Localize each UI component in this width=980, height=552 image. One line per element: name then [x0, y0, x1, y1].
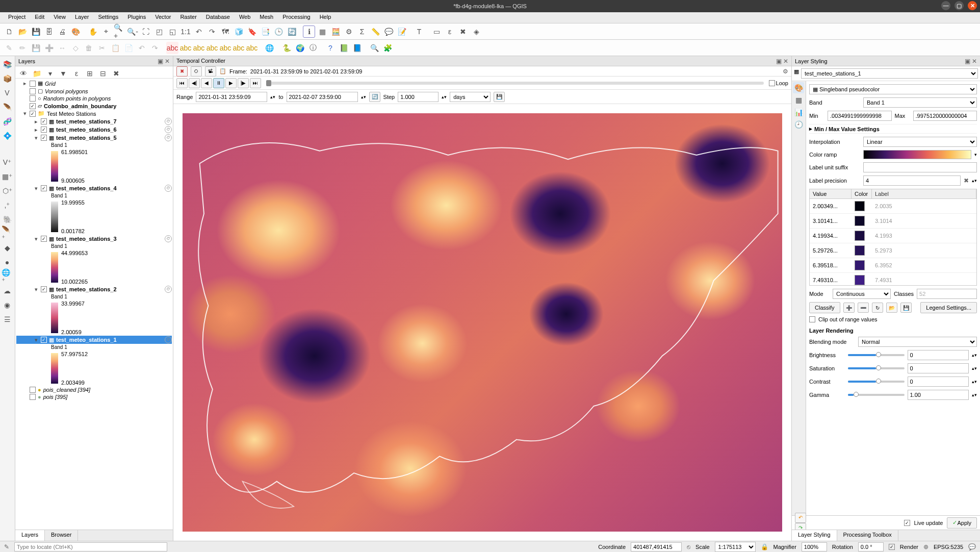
brightness-slider[interactable] [848, 354, 905, 356]
blending-mode-select[interactable]: Normal [858, 337, 977, 347]
range-from-input[interactable] [196, 92, 267, 102]
style-preset-icon[interactable]: 👁 [17, 67, 30, 80]
add-mssql-icon[interactable]: ◆ [1, 242, 13, 254]
processing-toolbox-icon[interactable]: ⚙ [343, 26, 355, 38]
magnifier-input[interactable] [802, 542, 827, 551]
plugin-b-icon[interactable]: 📘 [351, 42, 363, 54]
current-edits-icon[interactable]: ✎ [3, 42, 15, 54]
new-shp-icon[interactable]: V [1, 87, 13, 99]
label-4-icon[interactable]: abc [219, 42, 231, 54]
spinner-icon[interactable]: ▴▾ [972, 366, 977, 371]
identify-icon[interactable]: ℹ [303, 26, 315, 38]
copy-features-icon[interactable]: 📋 [109, 42, 121, 54]
new-3d-view-icon[interactable]: 🧊 [233, 26, 245, 38]
classify-button[interactable]: Classify [809, 302, 840, 313]
new-spatialite-icon[interactable]: 🪶 [1, 101, 13, 113]
show-bookmarks-icon[interactable]: 📑 [259, 26, 271, 38]
layer-checkbox[interactable] [41, 337, 47, 343]
annotations-icon[interactable]: 📝 [396, 26, 408, 38]
temporal-fixed-range-icon[interactable]: ⏲ [191, 66, 202, 77]
layer-grid[interactable]: Grid [45, 81, 56, 87]
new-virtual-icon[interactable]: 🧬 [1, 115, 13, 128]
menu-settings[interactable]: Settings [94, 12, 122, 23]
class-row[interactable]: 7.49310...7.4931 [810, 273, 976, 286]
dropdown-icon[interactable]: ▾ [974, 152, 977, 157]
classes-input[interactable] [917, 289, 977, 299]
class-row[interactable]: 6.39518...6.3952 [810, 258, 976, 273]
open-table-icon[interactable]: ▦ [316, 26, 328, 38]
tab-layers[interactable]: Layers [15, 530, 45, 541]
step-forward-icon[interactable]: |▶ [238, 78, 249, 88]
menu-database[interactable]: Database [202, 12, 234, 23]
add-class-icon[interactable]: ➕ [843, 303, 855, 313]
temporal-controller-icon[interactable]: 🕒 [272, 26, 285, 38]
layer-random-points[interactable]: Random points in polygons [43, 95, 111, 102]
expander-icon[interactable]: ▾ [34, 135, 39, 141]
menu-project[interactable]: Project [4, 12, 30, 23]
layers-tree[interactable]: ▸▦Grid ▢Voronoi polygons ○Random points … [15, 79, 173, 530]
plugin-a-icon[interactable]: 📗 [338, 42, 350, 54]
styling-layer-select[interactable]: test_meteo_stations_1 [801, 68, 978, 79]
layer-pois[interactable]: pois [395] [43, 394, 68, 400]
rewind-start-icon[interactable]: ⏮ [176, 78, 188, 88]
temporal-slider[interactable] [266, 82, 764, 85]
clear-icon[interactable]: ✖ [964, 177, 969, 184]
render-type-select[interactable]: ▦ Singleband pseudocolor [809, 84, 977, 94]
save-colormap-icon[interactable]: 💾 [900, 303, 912, 313]
layer-checkbox[interactable] [30, 95, 36, 102]
menu-view[interactable]: View [49, 12, 70, 23]
add-group-icon[interactable]: 📁 [31, 67, 43, 80]
expander-icon[interactable]: ▾ [34, 286, 39, 293]
menu-web[interactable]: Web [235, 12, 254, 23]
scale-select[interactable]: 1:175113 [715, 542, 756, 552]
histogram-tab-icon[interactable]: 📊 [793, 107, 804, 118]
zoom-last-icon[interactable]: ↶ [193, 26, 205, 38]
fast-forward-end-icon[interactable]: ⏭ [250, 78, 261, 88]
select-all-icon[interactable]: ◈ [470, 26, 482, 38]
mode-select[interactable]: Continuous [833, 289, 891, 299]
collapse-all-icon[interactable]: ⊟ [97, 67, 109, 80]
step-unit-select[interactable]: days [450, 92, 491, 102]
loop-checkbox[interactable] [769, 80, 775, 86]
layer-checkbox[interactable] [41, 135, 47, 141]
history-tab-icon[interactable]: 🕘 [793, 119, 804, 130]
new-project-icon[interactable]: 🗋 [3, 26, 15, 38]
remove-layer-icon[interactable]: ✖ [110, 67, 122, 80]
interpolation-select[interactable]: Linear [863, 137, 977, 147]
add-wfs-icon[interactable]: ◉ [1, 299, 13, 311]
zoom-next-icon[interactable]: ↷ [206, 26, 218, 38]
select-feature-icon[interactable]: ▭ [430, 26, 443, 38]
menu-layer[interactable]: Layer [71, 12, 93, 23]
zoom-full-icon[interactable]: ⛶ [140, 26, 152, 38]
brightness-input[interactable] [908, 350, 969, 360]
temporal-disable-icon[interactable]: ✖ [176, 66, 188, 77]
spinner-icon[interactable]: ▴▾ [442, 94, 447, 99]
layer-checkbox[interactable] [30, 394, 36, 400]
layer-checkbox[interactable] [30, 88, 36, 94]
add-xyz-icon[interactable]: ☰ [1, 313, 13, 325]
menu-edit[interactable]: Edit [31, 12, 48, 23]
text-annotation-icon[interactable]: T [413, 26, 425, 38]
expander-icon[interactable]: ▾ [34, 236, 39, 242]
range-refresh-icon[interactable]: 🔄 [369, 92, 380, 102]
layer-tms-6[interactable]: test_meteo_stations_6 [56, 127, 117, 133]
add-raster-icon[interactable]: ▦⁺ [1, 170, 13, 183]
layer-checkbox[interactable] [41, 127, 47, 133]
pan-to-selection-icon[interactable]: ⌖ [100, 26, 112, 38]
manage-themes-icon[interactable]: ▾ [44, 67, 56, 80]
play-reverse-icon[interactable]: ◀ [201, 78, 212, 88]
apply-button[interactable]: ✓Apply [947, 517, 977, 529]
undo-icon[interactable]: ↶ [136, 42, 148, 54]
add-csv-icon[interactable]: ,⁺ [1, 199, 13, 211]
label-tool-icon[interactable]: abc [166, 42, 178, 54]
plugin-info-icon[interactable]: ⓘ [307, 42, 319, 54]
python-console-icon[interactable]: 🐍 [280, 42, 293, 54]
layer-checkbox[interactable] [41, 185, 47, 191]
class-swatch[interactable] [855, 260, 865, 270]
redo-icon[interactable]: ↷ [149, 42, 161, 54]
load-colormap-icon[interactable]: ↻ [872, 303, 883, 313]
new-bookmark-icon[interactable]: 🔖 [246, 26, 258, 38]
osm-icon[interactable]: 🌐 [263, 42, 275, 54]
panel-undock-icon[interactable]: ▣ ✕ [158, 58, 170, 65]
add-spatialite-icon[interactable]: 🪶⁺ [1, 228, 13, 240]
